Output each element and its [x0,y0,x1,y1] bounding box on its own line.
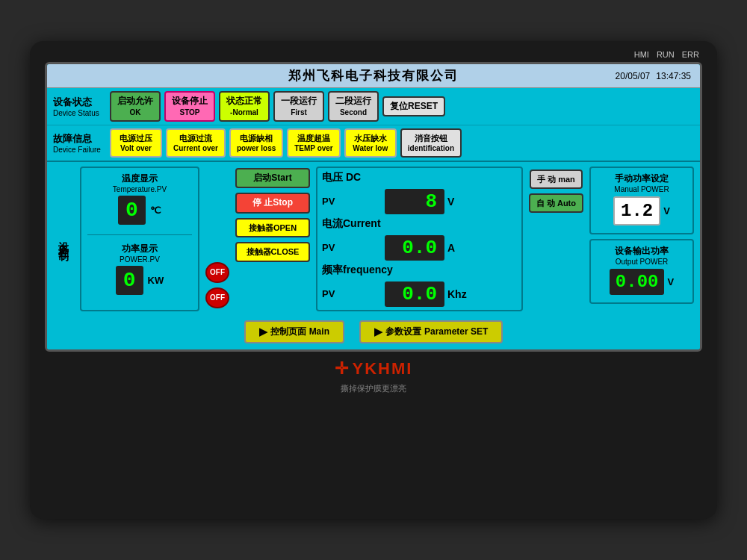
voltage-row: 电压 DC [322,171,517,186]
electrical-panel: 电压 DC PV 8 V 电流Current PV 0.0 A [316,167,523,311]
start-button[interactable]: 启动Start [235,168,310,189]
brand-bar: ✛ YKHMI [335,359,413,379]
run-label: RUN [657,50,675,59]
temperature-value: 0 [118,196,146,225]
device-control-label: 设备控制 [53,167,74,311]
company-title: 郑州飞科电子科技有限公司 [288,67,459,84]
date-display: 20/05/07 [616,71,651,81]
brand-name: YKHMI [353,359,413,379]
temperature-display: 温度显示 Temperature.PV 0 ℃ [87,172,192,227]
screen: 郑州飞科电子科技有限公司 20/05/07 13:47:35 设备状态 Devi… [45,62,702,352]
off-button-2[interactable]: OFF [205,287,229,308]
brand-icon: ✛ [335,359,348,379]
power-value: 0 [116,266,143,295]
bottom-nav: ▶ 控制页面Main ▶ 参数设置Parameter SET [47,316,700,349]
current-over-button[interactable]: 电源过流 Current over [166,128,226,158]
second-run-button[interactable]: 二段运行 Second [328,91,379,122]
voltage-value-row: PV 8 V [322,189,517,214]
power-loss-button[interactable]: 电源缺相 power loss [229,128,283,158]
power-display: 功率显示 POWER.PV 0 KW [87,243,192,297]
device-outer: HMI RUN ERR 郑州飞科电子科技有限公司 20/05/07 13:47:… [30,41,717,519]
mode-buttons: 手 动 man 自 动 Auto [529,167,583,311]
main-page-button[interactable]: ▶ 控制页面Main [244,320,344,343]
display-panel: 温度显示 Temperature.PV 0 ℃ 功率显示 POWER.PV 0 … [80,167,199,311]
promo-text: 撕掉保护膜更漂亮 [341,383,406,394]
frequency-value-row: PV 0.0 Khz [322,281,517,307]
first-run-button[interactable]: 一段运行 First [273,91,324,122]
reset-button[interactable]: 复位RESET [382,96,445,117]
right-panel: 手动功率设定 Manual POWER 1.2 V 设备输出功率 Output … [589,167,694,311]
manual-button[interactable]: 手 动 man [530,169,583,189]
top-bar-labels: HMI RUN ERR [634,50,699,59]
temp-over-button[interactable]: 温度超温 TEMP over [287,128,341,158]
top-bar: HMI RUN ERR [42,50,705,62]
water-low-button[interactable]: 水压缺水 Water low [344,128,397,158]
output-power-box: 设备输出功率 Output POWER 0.00 V [589,239,694,304]
current-value-row: PV 0.0 A [322,235,517,261]
device-status-label: 设备状态 Device Status [53,91,105,122]
off-button-1[interactable]: OFF [205,262,229,283]
current-value: 0.0 [385,235,444,261]
device-status-section: 设备状态 Device Status 启动允许 OK 设备停止 STOP 状态正… [47,88,700,125]
output-power-value: 0.00 [610,269,665,295]
time-display: 13:47:35 [656,71,691,81]
stop-button[interactable]: 设备停止 STOP [164,91,215,122]
param-set-button[interactable]: ▶ 参数设置Parameter SET [359,320,503,343]
manual-power-box: 手动功率设定 Manual POWER 1.2 V [589,167,694,234]
normal-status-button[interactable]: 状态正常 -Normal [219,91,270,122]
manual-power-value[interactable]: 1.2 [613,196,660,225]
voltage-value: 8 [385,189,444,214]
off-buttons: OFF OFF [205,167,229,311]
volt-over-button[interactable]: 电源过压 Volt over [110,128,162,158]
main-area: 设备控制 温度显示 Temperature.PV 0 ℃ 功率显示 POWER.… [47,162,700,316]
status-buttons: 启动允许 OK 设备停止 STOP 状态正常 -Normal 一段运行 Firs… [110,91,694,122]
hmi-label: HMI [634,50,649,59]
mute-button[interactable]: 消音按钮 identification [400,128,462,158]
device-failure-label: 故障信息 Device Failure [53,128,105,158]
frequency-value: 0.0 [385,281,444,307]
device-failure-section: 故障信息 Device Failure 电源过压 Volt over 电源过流 … [47,125,700,162]
current-row: 电流Current [322,217,517,232]
control-buttons: 启动Start 停 止Stop 接触器OPEN 接触器CLOSE [235,167,310,311]
auto-button[interactable]: 自 动 Auto [529,193,583,213]
contactor-close-button[interactable]: 接触器CLOSE [235,242,310,261]
stop-ctrl-button[interactable]: 停 止Stop [235,193,310,214]
err-label: ERR [682,50,699,59]
failure-buttons: 电源过压 Volt over 电源过流 Current over 电源缺相 po… [110,128,694,158]
start-ok-button[interactable]: 启动允许 OK [110,91,161,122]
frequency-row: 频率frequency [322,264,517,279]
contactor-open-button[interactable]: 接触器OPEN [235,218,310,237]
title-bar: 郑州飞科电子科技有限公司 20/05/07 13:47:35 [47,64,700,88]
